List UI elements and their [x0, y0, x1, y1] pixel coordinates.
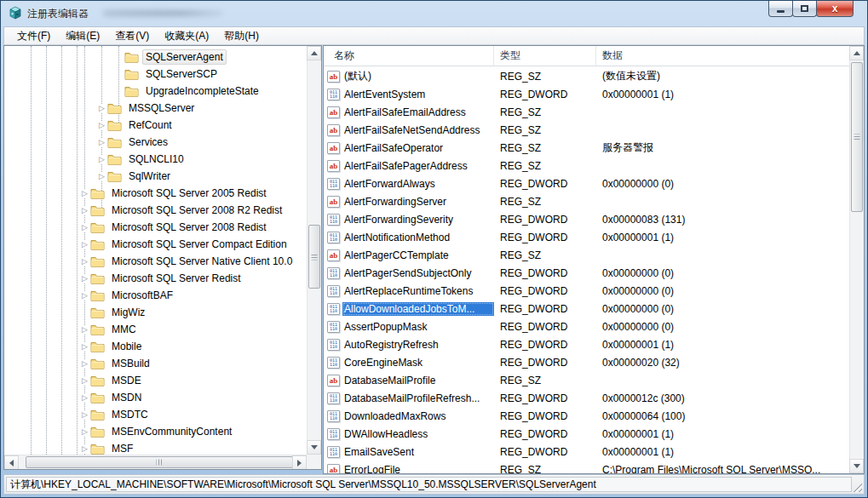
column-header-name[interactable]: 名称: [324, 46, 494, 66]
minimize-button[interactable]: [768, 1, 793, 17]
tree-item[interactable]: ▷ Microsoft SQL Server Compact Edition: [4, 236, 307, 253]
tree-item[interactable]: ▷ Microsoft SQL Server 2008 Redist: [4, 219, 307, 236]
list-vertical-scrollbar[interactable]: [849, 46, 864, 473]
tree-vscroll-thumb[interactable]: [308, 225, 320, 289]
tree-hscroll-thumb[interactable]: [26, 456, 293, 468]
registry-value-row[interactable]: AlertPagerSendSubjectOnly REG_DWORD 0x00…: [324, 264, 849, 282]
registry-value-row[interactable]: AllowDownloadedJobsToM... REG_DWORD 0x00…: [324, 300, 849, 318]
value-type: REG_DWORD: [494, 89, 596, 100]
expand-arrow-icon[interactable]: ▷: [79, 376, 90, 385]
menu-item[interactable]: 帮助(H): [216, 27, 267, 45]
list-vscroll-thumb[interactable]: [851, 62, 863, 212]
scroll-down-button[interactable]: [849, 459, 864, 473]
tree-item-label: MigWiz: [108, 305, 148, 320]
tree-item[interactable]: ▷ SqlWriter: [4, 168, 307, 185]
expand-arrow-icon[interactable]: ▷: [96, 138, 107, 146]
registry-value-row[interactable]: ab AlertForwardingServer REG_SZ: [324, 192, 849, 210]
expand-arrow-icon[interactable]: ▷: [79, 427, 90, 436]
resize-grip-icon[interactable]: [852, 482, 862, 492]
tree-item[interactable]: ▷ MSF: [4, 440, 307, 455]
column-header-data[interactable]: 数据: [596, 46, 849, 66]
registry-value-row[interactable]: AlertForwardAlways REG_DWORD 0x00000000 …: [324, 175, 849, 192]
registry-value-row[interactable]: AlertEventSystem REG_DWORD 0x00000001 (1…: [324, 85, 849, 103]
tree-item[interactable]: ▷ Mobile: [4, 338, 307, 355]
menu-item[interactable]: 编辑(E): [58, 27, 107, 45]
registry-value-row[interactable]: EmailSaveSent REG_DWORD 0x00000001 (1): [324, 443, 849, 461]
tree-horizontal-scrollbar[interactable]: [4, 455, 307, 469]
tree-item-label: Microsoft SQL Server Redist: [108, 271, 244, 286]
registry-value-row[interactable]: ab AlertFailSafeEmailAddress REG_SZ: [324, 103, 849, 121]
close-button[interactable]: x: [816, 1, 854, 17]
expand-arrow-icon[interactable]: ▷: [79, 257, 90, 266]
scroll-up-button[interactable]: [307, 46, 321, 60]
registry-value-row[interactable]: ab AlertFailSafeNetSendAddress REG_SZ: [324, 121, 849, 139]
registry-value-row[interactable]: ab AlertFailSafePagerAddress REG_SZ: [324, 157, 849, 175]
scroll-left-button[interactable]: [4, 455, 19, 470]
tree-item[interactable]: ▷ MicrosoftBAF: [4, 287, 307, 304]
expand-arrow-icon[interactable]: ▷: [79, 274, 90, 283]
maximize-button[interactable]: [792, 1, 817, 17]
tree-vertical-scrollbar[interactable]: [307, 46, 321, 455]
tree-item[interactable]: ▷ MSSQLServer: [4, 100, 307, 117]
tree-item[interactable]: ▷ Services: [4, 134, 307, 151]
tree-item[interactable]: ▷ MMC: [4, 321, 307, 338]
registry-value-row[interactable]: ab DatabaseMailProfile REG_SZ: [324, 371, 849, 389]
scroll-right-button[interactable]: [292, 455, 307, 470]
tree-item-label: SqlWriter: [125, 169, 174, 184]
tree-item[interactable]: ▷ Microsoft SQL Server 2008 R2 Redist: [4, 202, 307, 219]
tree-item[interactable]: ▷ MSDE: [4, 372, 307, 389]
registry-value-row[interactable]: AssertPopupMask REG_DWORD 0x00000000 (0): [324, 318, 849, 335]
registry-value-row[interactable]: AlertReplaceRuntimeTokens REG_DWORD 0x00…: [324, 282, 849, 300]
expand-arrow-icon[interactable]: ▷: [79, 240, 90, 249]
tree-item[interactable]: ▷ UpgradeIncompleteState: [4, 83, 307, 100]
tree-item[interactable]: ▷ MigWiz: [4, 304, 307, 321]
expand-arrow-icon[interactable]: ▷: [79, 291, 90, 300]
registry-value-row[interactable]: ab (默认) REG_SZ (数值未设置): [324, 67, 849, 85]
expand-arrow-icon[interactable]: ▷: [96, 104, 107, 112]
registry-value-row[interactable]: DWAllowHeadless REG_DWORD 0x00000001 (1): [324, 425, 849, 443]
registry-value-row[interactable]: AutoRegistryRefresh REG_DWORD 0x00000001…: [324, 335, 849, 353]
tree-item[interactable]: ▷ SQLServerSCP: [4, 66, 307, 83]
expand-arrow-icon[interactable]: ▷: [96, 121, 107, 129]
registry-value-row[interactable]: ab AlertFailSafeOperator REG_SZ 服务器警报: [324, 139, 849, 157]
registry-value-row[interactable]: DatabaseMailProfileRefresh... REG_DWORD …: [324, 389, 849, 407]
menu-item[interactable]: 收藏夹(A): [157, 27, 216, 45]
scroll-up-button[interactable]: [849, 46, 864, 60]
expand-arrow-icon[interactable]: ▷: [79, 410, 90, 419]
registry-value-row[interactable]: ab AlertPagerCCTemplate REG_SZ: [324, 246, 849, 264]
expand-arrow-icon[interactable]: ▷: [96, 172, 107, 180]
column-header-type[interactable]: 类型: [494, 46, 596, 66]
expand-arrow-icon[interactable]: ▷: [79, 223, 90, 232]
expand-arrow-icon[interactable]: ▷: [79, 325, 90, 334]
expand-arrow-icon[interactable]: ▷: [96, 155, 107, 163]
menu-item[interactable]: 查看(V): [107, 27, 157, 45]
registry-value-row[interactable]: CoreEngineMask REG_DWORD 0x00000020 (32): [324, 353, 849, 371]
tree-item[interactable]: ▷ Microsoft SQL Server Redist: [4, 270, 307, 287]
tree-item-label: SQLServerSCP: [142, 66, 221, 82]
expand-arrow-icon[interactable]: ▷: [79, 342, 90, 351]
folder-icon: [90, 188, 105, 199]
expand-arrow-icon[interactable]: ▷: [79, 189, 90, 197]
registry-value-row[interactable]: ab ErrorLogFile REG_SZ C:\Program Files\…: [324, 461, 849, 473]
expand-arrow-icon[interactable]: ▷: [79, 393, 90, 402]
tree-item[interactable]: ▷ SQLNCLI10: [4, 151, 307, 168]
tree-item[interactable]: ▷ MSDN: [4, 389, 307, 406]
menu-item[interactable]: 文件(F): [9, 27, 58, 45]
expand-arrow-icon[interactable]: ▷: [79, 206, 90, 215]
scroll-down-button[interactable]: [307, 440, 321, 455]
folder-icon: [90, 444, 105, 455]
tree-item[interactable]: ▷ Microsoft SQL Server 2005 Redist: [4, 185, 307, 202]
tree-item[interactable]: ▷ SQLServerAgent: [4, 49, 307, 66]
tree-item-label: MSEnvCommunityContent: [108, 424, 235, 439]
expand-arrow-icon[interactable]: ▷: [79, 359, 90, 368]
tree-item[interactable]: ▷ RefCount: [4, 117, 307, 134]
registry-value-row[interactable]: DownloadedMaxRows REG_DWORD 0x00000064 (…: [324, 407, 849, 425]
titlebar[interactable]: 注册表编辑器 x: [1, 1, 867, 26]
tree-item[interactable]: ▷ MSDTC: [4, 406, 307, 423]
tree-item[interactable]: ▷ MSEnvCommunityContent: [4, 423, 307, 440]
tree-item[interactable]: ▷ Microsoft SQL Server Native Client 10.…: [4, 253, 307, 270]
expand-arrow-icon[interactable]: ▷: [79, 444, 90, 453]
registry-value-row[interactable]: AlertForwardingSeverity REG_DWORD 0x0000…: [324, 210, 849, 228]
tree-item[interactable]: ▷ MSBuild: [4, 355, 307, 372]
registry-value-row[interactable]: AlertNotificationMethod REG_DWORD 0x0000…: [324, 228, 849, 246]
